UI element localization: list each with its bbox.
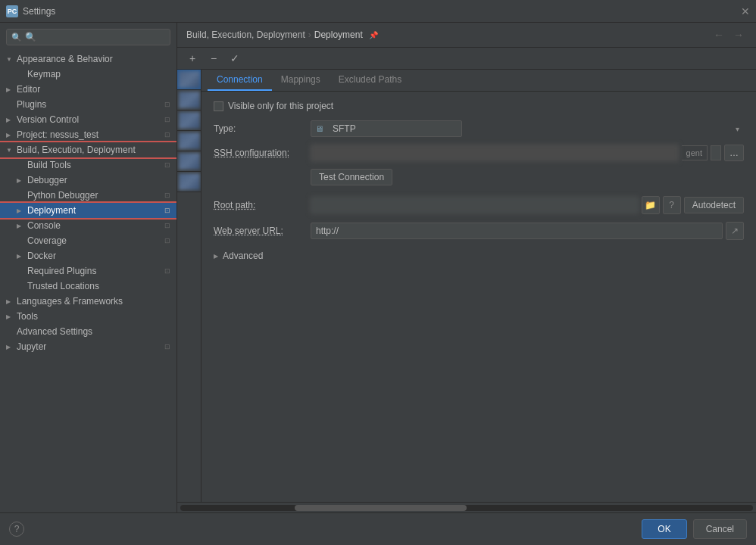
file-row-1[interactable] (177, 70, 201, 90)
arrow-advanced-settings: ▶ (6, 329, 17, 335)
python-debugger-sync-icon: ⊡ (164, 192, 170, 199)
autodetect-button[interactable]: Autodetect (684, 197, 744, 213)
sidebar-item-editor-label: Editor (17, 84, 170, 95)
check-button[interactable]: ✓ (226, 51, 244, 66)
ssh-config-input[interactable] (311, 145, 679, 161)
sidebar-item-deployment[interactable]: ▶ Deployment ⊡ (0, 203, 177, 218)
sidebar-item-console-label: Console (27, 220, 161, 231)
sidebar-item-trusted-locations-label: Trusted Locations (27, 281, 170, 291)
sidebar-item-python-debugger-label: Python Debugger (27, 190, 161, 201)
sidebar-item-plugins-label: Plugins (17, 99, 161, 110)
build-tools-sync-icon: ⊡ (164, 161, 170, 169)
close-button[interactable]: ✕ (741, 5, 750, 17)
search-box[interactable]: 🔍 (6, 29, 170, 45)
sidebar-item-console[interactable]: ▶ Console ⊡ (0, 218, 177, 233)
sidebar-item-tools[interactable]: ▶ Tools (0, 309, 177, 324)
arrow-required-plugins: ▶ (17, 268, 27, 275)
horizontal-scrollbar[interactable] (177, 502, 756, 512)
breadcrumb-part2: Deployment (314, 30, 363, 40)
root-path-input[interactable] (311, 197, 639, 213)
sidebar-item-coverage[interactable]: ▶ Coverage ⊡ (0, 233, 177, 248)
title-bar: PC Settings ✕ (0, 0, 756, 23)
sidebar-item-appearance[interactable]: ▼ Appearance & Behavior (0, 51, 177, 67)
sftp-icon: 🖥 (315, 124, 323, 133)
tab-mappings[interactable]: Mappings (272, 70, 330, 91)
cancel-button[interactable]: Cancel (693, 519, 747, 539)
arrow-tools: ▶ (6, 313, 17, 320)
sidebar-item-trusted-locations[interactable]: ▶ Trusted Locations (0, 279, 177, 294)
tab-connection[interactable]: Connection (208, 70, 272, 91)
root-path-input-group: 📁 ? Autodetect (311, 196, 744, 214)
file-row-4[interactable] (177, 131, 201, 151)
advanced-toggle[interactable]: ▶ Advanced (214, 248, 744, 264)
sidebar-item-docker[interactable]: ▶ Docker (0, 248, 177, 263)
required-plugins-sync-icon: ⊡ (164, 267, 170, 275)
root-path-folder-button[interactable]: 📁 (642, 196, 660, 214)
remove-button[interactable]: − (205, 51, 223, 66)
web-url-input[interactable] (311, 223, 723, 239)
file-row-2[interactable] (177, 90, 201, 111)
add-button[interactable]: + (183, 51, 201, 66)
sidebar-item-debugger[interactable]: ▶ Debugger (0, 173, 177, 188)
sidebar-item-advanced-settings[interactable]: ▶ Advanced Settings (0, 324, 177, 339)
ssh-more-button[interactable]: … (724, 145, 744, 161)
file-thumb-2 (179, 92, 200, 108)
main-area: 🔍 ▼ Appearance & Behavior ▶ Keymap (0, 23, 756, 512)
ok-button[interactable]: OK (642, 519, 686, 539)
root-path-row: Root path: 📁 ? Autodetect (214, 196, 744, 214)
sidebar-item-version-control[interactable]: ▶ Version Control ⊡ (0, 112, 177, 127)
arrow-version-control: ▶ (6, 117, 17, 123)
content-split: Connection Mappings Excluded Paths (177, 70, 756, 502)
web-url-open-button[interactable]: ↗ (726, 222, 744, 240)
back-button[interactable]: ← (711, 27, 727, 42)
nav-arrows: ← → (711, 27, 747, 42)
test-connection-button[interactable]: Test Connection (311, 169, 392, 185)
sidebar-item-required-plugins[interactable]: ▶ Required Plugins ⊡ (0, 263, 177, 279)
ssh-dropdown[interactable] (711, 145, 721, 160)
sidebar-item-python-debugger[interactable]: ▶ Python Debugger ⊡ (0, 188, 177, 203)
sidebar-item-keymap[interactable]: ▶ Keymap (0, 67, 177, 82)
sidebar-item-build-exec-deploy[interactable]: ▼ Build, Execution, Deployment (0, 142, 177, 157)
sidebar-item-project[interactable]: ▶ Project: nessus_test ⊡ (0, 127, 177, 142)
file-row-5[interactable] (177, 151, 201, 172)
arrow-debugger: ▶ (17, 177, 27, 184)
project-sync-icon: ⊡ (164, 131, 170, 139)
file-row-6[interactable] (177, 172, 201, 192)
sidebar-item-appearance-label: Appearance & Behavior (17, 54, 170, 64)
test-connection-row: Test Connection (311, 169, 744, 185)
scrollbar-thumb[interactable] (295, 505, 467, 511)
sidebar-item-languages[interactable]: ▶ Languages & Frameworks (0, 294, 177, 309)
sidebar-item-jupyter[interactable]: ▶ Jupyter ⊡ (0, 339, 177, 354)
file-row-3[interactable] (177, 111, 201, 131)
sidebar-item-tools-label: Tools (17, 311, 170, 322)
web-server-label: Web server URL: (214, 226, 305, 236)
advanced-label: Advanced (223, 251, 263, 261)
ssh-config-input-group: gent … (311, 145, 744, 161)
sidebar: 🔍 ▼ Appearance & Behavior ▶ Keymap (0, 23, 177, 512)
form-content: Visible only for this project Type: 🖥 SF… (201, 92, 756, 502)
type-select[interactable]: SFTP FTP Local (311, 120, 462, 137)
breadcrumb: Build, Execution, Deployment › Deploymen… (186, 30, 378, 40)
search-input[interactable] (25, 32, 165, 42)
ssh-suffix: gent (682, 145, 708, 160)
select-arrow-icon: ▾ (736, 125, 739, 133)
pin-icon: 📌 (369, 31, 378, 39)
forward-button[interactable]: → (730, 27, 747, 42)
sidebar-item-languages-label: Languages & Frameworks (17, 296, 170, 307)
file-thumb-4 (179, 132, 200, 149)
sidebar-item-version-control-label: Version Control (17, 114, 161, 125)
file-thumb-6 (179, 173, 200, 190)
app-icon: PC (6, 5, 18, 17)
sidebar-item-plugins[interactable]: ▶ Plugins ⊡ (0, 97, 177, 112)
help-button[interactable]: ? (9, 522, 24, 537)
root-path-help-button[interactable]: ? (663, 196, 681, 214)
version-control-sync-icon: ⊡ (164, 116, 170, 123)
content-header: Build, Execution, Deployment › Deploymen… (177, 23, 756, 48)
sidebar-item-build-tools[interactable]: ▶ Build Tools ⊡ (0, 157, 177, 173)
web-url-input-group: ↗ (311, 222, 744, 240)
arrow-console: ▶ (17, 223, 27, 229)
visible-only-checkbox[interactable] (214, 101, 223, 111)
arrow-python-debugger: ▶ (17, 192, 27, 199)
tab-excluded-paths[interactable]: Excluded Paths (330, 70, 411, 91)
sidebar-item-editor[interactable]: ▶ Editor (0, 82, 177, 97)
